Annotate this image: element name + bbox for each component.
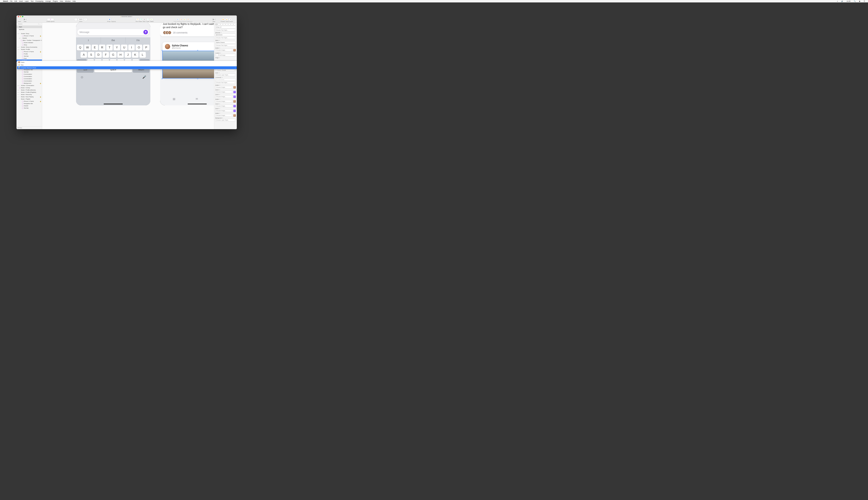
mask-button[interactable]: ◐ xyxy=(143,18,146,21)
color-select[interactable]: ▪ Colors / Social xyxy=(215,69,236,71)
create-symbol-button[interactable]: ⟲ xyxy=(47,18,54,21)
titlebar[interactable]: Elements.sketch ~ xyxy=(16,15,237,18)
handle-field[interactable]: @schavez xyxy=(215,34,236,36)
key-i[interactable]: I xyxy=(128,45,135,50)
mic-icon[interactable]: 🎤 xyxy=(142,75,146,79)
layer-item[interactable]: ▸▫Header xyxy=(16,37,42,39)
key-d[interactable]: D xyxy=(95,52,102,58)
data-button[interactable]: ▦ ▾ xyxy=(23,18,26,21)
ungroup-button[interactable]: ▢ xyxy=(112,18,115,21)
layer-item[interactable]: ▸▫Music / Now Playing🔒 xyxy=(16,96,42,98)
flatten-button[interactable]: ▭ xyxy=(150,18,153,21)
layer-item[interactable]: ▾▫Music / Playlist xyxy=(16,98,42,100)
image-select-4[interactable]: Choose Image... xyxy=(215,95,233,98)
menu-window[interactable]: Window xyxy=(65,0,71,2)
menu-edit[interactable]: Edit xyxy=(14,0,17,2)
close-button[interactable] xyxy=(18,16,19,17)
intersect-button[interactable]: ◒ xyxy=(183,18,186,21)
canvas[interactable]: Message I the I'm QWERTYUIOP ASDFGHJKL ⇧ xyxy=(42,23,214,129)
date-field[interactable]: 8 Nov 17 xyxy=(215,26,236,29)
layer-item[interactable]: ▸▫Social / Conversation xyxy=(16,84,42,87)
key-q[interactable]: Q xyxy=(77,45,83,50)
key-g[interactable]: G xyxy=(110,52,116,58)
group-button[interactable]: ▣ xyxy=(108,18,111,21)
page-apps[interactable]: Apps xyxy=(16,25,42,28)
layer-item[interactable]: ▸▫Music / Profile (Albums) xyxy=(16,89,42,91)
union-button[interactable]: ◉ xyxy=(176,18,179,21)
image-select-3[interactable]: Choose Image... xyxy=(215,91,233,93)
content-select[interactable]: ▪ .../Post/Image xyxy=(215,54,236,56)
image-select-8[interactable]: Choose Image... xyxy=(215,114,233,117)
key-o[interactable]: O xyxy=(136,45,142,50)
minimize-button[interactable] xyxy=(20,16,21,17)
layer-item[interactable]: ◯Home Indicator xyxy=(16,42,42,44)
key-s[interactable]: S xyxy=(88,52,94,58)
layer-item[interactable]: ◯Header xyxy=(16,105,42,107)
layer-style-select-2[interactable]: Choose Layer Style... xyxy=(215,119,236,121)
zoom-field[interactable]: 200% xyxy=(78,18,84,21)
layer-style-select[interactable]: Choose Layer Style... xyxy=(215,73,236,76)
key-j[interactable]: J xyxy=(125,52,131,58)
layer-item[interactable]: ▸▫Music / Profile (Playlists) xyxy=(16,91,42,93)
name-field[interactable]: Sylvia Chavez xyxy=(215,41,236,44)
comments-count[interactable]: 16 comments xyxy=(173,31,214,34)
align-controls[interactable] xyxy=(215,23,236,25)
layer-item[interactable]: ◯Story xyxy=(16,44,42,46)
filter-field[interactable]: Filter xyxy=(16,126,42,129)
layer-item[interactable]: ◯Navigation Bar xyxy=(16,102,42,105)
cloud-button[interactable]: ☁ xyxy=(225,18,228,21)
avatar-image-select[interactable]: Choose Image... xyxy=(215,49,233,52)
message-input[interactable]: Message xyxy=(77,29,149,35)
zoom-button[interactable] xyxy=(22,16,23,17)
suggestion-2[interactable]: the xyxy=(101,37,126,43)
layer-item[interactable]: ◯Conversation xyxy=(16,75,42,78)
menu-file[interactable]: File xyxy=(10,0,13,2)
difference-button[interactable]: ◓ xyxy=(187,18,190,21)
layer-item[interactable]: ◯iPhone X Frame🔒 xyxy=(16,35,42,37)
menu-text[interactable]: Text xyxy=(31,0,34,2)
text-style-select-2[interactable]: Choose Text Style... xyxy=(215,36,236,39)
avatar[interactable] xyxy=(165,44,170,49)
menu-help[interactable]: Help xyxy=(72,0,76,2)
key-w[interactable]: W xyxy=(84,45,91,50)
key-r[interactable]: R xyxy=(99,45,105,50)
layer-item[interactable]: ◯Background🔒 xyxy=(16,82,42,84)
subtract-button[interactable]: ◑ xyxy=(180,18,183,21)
menu-plugins[interactable]: Plugins xyxy=(53,0,58,2)
layer-item[interactable]: ◯iPhone X Frame🔒 xyxy=(16,100,42,102)
zoom-in[interactable]: + xyxy=(84,18,87,21)
scale-button[interactable]: ⤢ xyxy=(147,18,150,21)
suggestion-3[interactable]: I'm xyxy=(126,37,150,43)
key-h[interactable]: H xyxy=(117,52,124,58)
post-card[interactable]: Sylvia Chavez @schavez 8 Nov 17 xyxy=(162,42,214,78)
key-t[interactable]: T xyxy=(106,45,113,50)
menu-arrange[interactable]: Arrange xyxy=(45,0,51,2)
menu-view[interactable]: View xyxy=(60,0,63,2)
image-select-7[interactable]: Choose Image... xyxy=(215,109,233,112)
layer-item[interactable]: ▾▫Social / Profile xyxy=(16,48,42,50)
edit-button[interactable]: ✎ xyxy=(136,18,139,21)
layer-item[interactable]: ◯Conversation xyxy=(16,73,42,75)
layer-item[interactable]: ▸▫Social / Story (Comments) xyxy=(16,46,42,48)
text-style-select-3[interactable]: Choose Text Style... xyxy=(215,44,236,47)
key-a[interactable]: A xyxy=(81,52,87,58)
suggestion-1[interactable]: I xyxy=(76,37,101,43)
insert-button[interactable]: + ▾ xyxy=(18,18,21,21)
key-l[interactable]: L xyxy=(139,52,146,58)
layer-item[interactable]: ◯Conversation xyxy=(16,80,42,82)
add-page-icon[interactable]: + ⌄ xyxy=(38,23,41,25)
layer-item[interactable]: ◯Bars / Toolbar / Transparent / 2 Tools xyxy=(16,39,42,42)
menu-layer[interactable]: Layer xyxy=(25,0,29,2)
layer-item[interactable]: ◯Profile xyxy=(16,53,42,55)
comments-field[interactable]: 34 comments xyxy=(215,78,236,81)
popup-tiles[interactable]: Tiles xyxy=(214,64,237,66)
layer-item[interactable]: ◯Tab Bar xyxy=(16,107,42,109)
layer-item[interactable]: ◯Tab Bar xyxy=(16,71,42,73)
menu-insert[interactable]: Insert xyxy=(19,0,23,2)
image-select-5[interactable]: Choose Image... xyxy=(215,100,233,103)
view-button[interactable]: ▦ ▾ xyxy=(212,18,215,21)
page-symbols[interactable]: Symbols xyxy=(16,28,42,31)
popup-unsplash[interactable]: 📷Unsplash Random Photo⌄ xyxy=(214,66,237,69)
text-style-select[interactable]: Choose Text Style... xyxy=(215,29,236,32)
popup-faces[interactable]: Faces xyxy=(214,61,237,64)
